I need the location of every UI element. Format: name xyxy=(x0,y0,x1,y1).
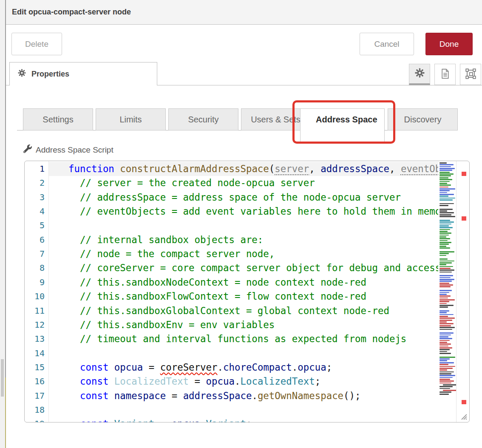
tab-properties[interactable]: Properties xyxy=(9,62,157,85)
minimap-line xyxy=(439,261,454,262)
minimap-line xyxy=(439,194,454,195)
code-token: ; xyxy=(326,362,332,373)
tab-security[interactable]: Security xyxy=(168,108,238,130)
minimap-line xyxy=(439,166,451,167)
minimap-line xyxy=(439,329,452,330)
resize-grip[interactable] xyxy=(460,413,467,420)
section-header: Address Space Script xyxy=(23,145,113,155)
code-line[interactable]: // coreServer = core compact server obje… xyxy=(49,261,438,275)
minimap-line xyxy=(439,347,452,349)
minimap-line xyxy=(439,183,447,184)
minimap-line xyxy=(439,314,454,315)
minimap-line xyxy=(439,272,452,273)
code-line[interactable] xyxy=(49,346,68,360)
error-marker xyxy=(462,172,466,176)
minimap-line xyxy=(439,281,452,282)
minimap-line xyxy=(439,336,448,337)
minimap-line xyxy=(439,229,450,230)
tab-settings[interactable]: Settings xyxy=(23,108,93,130)
code-line[interactable] xyxy=(49,218,68,233)
edit-description-button[interactable] xyxy=(434,64,456,85)
code-line[interactable]: function constructAlarmAddressSpace(serv… xyxy=(49,162,438,176)
minimap-line xyxy=(439,192,447,193)
code-line[interactable]: // this.sandboxEnv = env variables xyxy=(49,318,275,332)
minimap-line xyxy=(443,384,456,386)
line-number: 19 xyxy=(25,417,48,422)
minimap-line xyxy=(439,290,452,291)
minimap-line xyxy=(439,188,455,190)
tab-label: Settings xyxy=(43,115,73,125)
code-token: , xyxy=(389,163,401,174)
minimap-line xyxy=(439,379,450,380)
code-line[interactable]: // timeout and interval functions as exp… xyxy=(49,332,406,346)
code-line[interactable]: // node = the compact server node, xyxy=(49,247,275,261)
tab-discovery[interactable]: Discovery xyxy=(388,108,458,130)
tab-address-space[interactable]: Address Space xyxy=(300,108,385,142)
minimap-line xyxy=(439,303,447,304)
code-line[interactable] xyxy=(49,403,68,417)
minimap-line xyxy=(439,375,455,376)
minimap-line xyxy=(439,266,453,267)
line-number: 5 xyxy=(25,218,48,233)
minimap-line xyxy=(439,190,450,191)
line-number: 4 xyxy=(25,204,48,218)
tab-limits[interactable]: Limits xyxy=(96,108,166,130)
minimap-line xyxy=(439,279,454,280)
minimap-line xyxy=(439,275,453,276)
scrollbar-thumb[interactable] xyxy=(1,359,4,397)
minimap-line xyxy=(439,380,454,382)
minimap-line xyxy=(439,205,448,206)
code-token: opcua xyxy=(114,362,143,373)
minimap-line xyxy=(439,295,451,297)
minimap-line xyxy=(439,383,451,384)
code-token: . xyxy=(252,390,257,401)
minimap-line xyxy=(439,236,446,238)
minimap[interactable] xyxy=(438,161,456,422)
code-line[interactable]: // this.sandboxGlobalContext = global co… xyxy=(49,304,389,318)
minimap-line xyxy=(439,366,455,367)
code-token: addressSpace xyxy=(183,390,252,401)
cancel-button[interactable]: Cancel xyxy=(360,33,414,55)
code-editor[interactable]: 12345678910111213141516171819 function c… xyxy=(24,161,470,422)
code-line[interactable]: const Variant = opcua.Variant; xyxy=(49,417,252,422)
code-line[interactable]: // this.sandboxNodeContext = node contex… xyxy=(49,275,366,289)
line-number: 10 xyxy=(25,289,48,303)
code-line[interactable]: // server = the created node-opcua serve… xyxy=(49,176,315,190)
minimap-line xyxy=(439,310,449,312)
minimap-line xyxy=(439,373,451,374)
minimap-line xyxy=(439,262,452,264)
code-token: addressSpace xyxy=(320,163,389,174)
minimap-line xyxy=(439,364,448,365)
code-line[interactable]: const opcua = coreServer.choreCompact.op… xyxy=(49,360,332,374)
code-line[interactable]: // this.sandboxFlowContext = flow contex… xyxy=(49,289,366,303)
delete-button[interactable]: Delete xyxy=(11,33,62,55)
minimap-line xyxy=(439,244,449,245)
done-button[interactable]: Done xyxy=(425,33,473,55)
code-token: opcua xyxy=(172,418,200,422)
editor-code-area[interactable]: function constructAlarmAddressSpace(serv… xyxy=(48,161,438,422)
code-line[interactable]: // addressSpace = address space of the n… xyxy=(49,190,401,204)
code-token: . xyxy=(200,418,206,422)
code-line[interactable]: // eventObjects = add event variables he… xyxy=(49,204,438,218)
code-token: coreServer xyxy=(160,362,218,373)
code-token: . xyxy=(292,362,298,373)
code-token: LocalizedText xyxy=(114,376,189,387)
code-line[interactable]: const LocalizedText = opcua.LocalizedTex… xyxy=(49,374,320,388)
minimap-line xyxy=(439,394,449,395)
tab-label: Discovery xyxy=(404,115,442,125)
code-line[interactable]: const namespace = addressSpace.getOwnNam… xyxy=(49,389,361,403)
minimap-line xyxy=(439,212,454,213)
minimap-line xyxy=(439,214,451,215)
minimap-line xyxy=(439,231,448,232)
code-line[interactable]: // internal sandbox objects are: xyxy=(49,233,263,247)
minimap-line xyxy=(439,316,448,317)
minimap-line xyxy=(439,209,453,210)
edit-appearance-button[interactable] xyxy=(460,64,481,85)
code-token: . xyxy=(218,362,223,373)
edit-properties-button[interactable] xyxy=(409,64,430,85)
minimap-line xyxy=(439,377,453,378)
minimap-line xyxy=(439,388,450,389)
minimap-line xyxy=(439,264,446,265)
minimap-line xyxy=(439,360,447,361)
line-number: 16 xyxy=(25,374,48,388)
